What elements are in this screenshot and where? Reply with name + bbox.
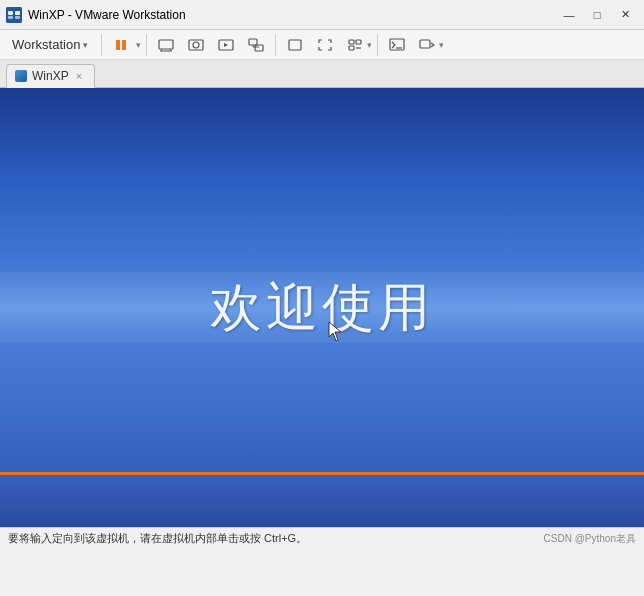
svg-point-12 [193, 42, 199, 48]
menu-bar: Workstation ▾ ▾ [0, 30, 644, 60]
normal-view-button[interactable] [281, 31, 309, 59]
pause-dropdown-arrow[interactable]: ▾ [136, 40, 141, 50]
vm-tab-close-button[interactable]: × [74, 70, 84, 82]
fit-dropdown-arrow[interactable]: ▾ [439, 40, 444, 50]
welcome-text: 欢迎使用 [210, 273, 434, 343]
console-button[interactable] [383, 31, 411, 59]
snapshot-button[interactable] [182, 31, 210, 59]
vm-tab-label: WinXP [32, 69, 69, 83]
close-button[interactable]: ✕ [612, 5, 638, 25]
title-bar: WinXP - VMware Workstation — □ ✕ [0, 0, 644, 30]
vm-screen[interactable]: 欢迎使用 [0, 88, 644, 527]
vm-tab-winxp[interactable]: WinXP × [6, 64, 95, 88]
svg-rect-20 [356, 40, 361, 44]
manage-snapshots-button[interactable] [242, 31, 270, 59]
svg-rect-15 [255, 45, 263, 51]
svg-rect-4 [15, 16, 20, 19]
svg-rect-2 [15, 11, 20, 15]
separator-1 [101, 34, 102, 56]
send-ctrl-alt-del-button[interactable] [152, 31, 180, 59]
revert-snapshot-button[interactable] [212, 31, 240, 59]
status-message: 要将输入定向到该虚拟机，请在虚拟机内部单击或按 Ctrl+G。 [8, 531, 307, 546]
svg-rect-5 [116, 40, 120, 50]
svg-rect-18 [289, 40, 301, 50]
tab-bar: WinXP × [0, 60, 644, 88]
view-dropdown-arrow[interactable]: ▾ [367, 40, 372, 50]
fit-button[interactable] [413, 31, 441, 59]
separator-3 [275, 34, 276, 56]
svg-rect-6 [122, 40, 126, 50]
menu-workstation[interactable]: Workstation ▾ [4, 33, 96, 56]
minimize-button[interactable]: — [556, 5, 582, 25]
maximize-button[interactable]: □ [584, 5, 610, 25]
unity-button[interactable] [341, 31, 369, 59]
menu-dropdown-arrow: ▾ [83, 40, 88, 50]
app-icon [6, 7, 22, 23]
fullscreen-button[interactable] [311, 31, 339, 59]
separator-4 [377, 34, 378, 56]
svg-rect-7 [159, 40, 173, 49]
window-title: WinXP - VMware Workstation [28, 8, 556, 22]
watermark-text: CSDN @Python老具 [544, 532, 636, 546]
pause-button[interactable] [107, 31, 135, 59]
pause-group: ▾ [107, 31, 141, 59]
svg-rect-0 [6, 7, 22, 23]
vm-viewport[interactable]: 欢迎使用 [0, 88, 644, 527]
svg-rect-3 [8, 16, 13, 19]
status-bar: 要将输入定向到该虚拟机，请在虚拟机内部单击或按 Ctrl+G。 CSDN @Py… [0, 527, 644, 549]
svg-rect-21 [349, 46, 354, 50]
svg-rect-14 [249, 39, 257, 45]
svg-rect-25 [420, 40, 430, 48]
separator-2 [146, 34, 147, 56]
window-controls: — □ ✕ [556, 5, 638, 25]
svg-rect-19 [349, 40, 354, 44]
menu-workstation-label: Workstation [12, 37, 80, 52]
orange-divider-line [0, 472, 644, 475]
vm-tab-icon [15, 70, 27, 82]
svg-rect-1 [8, 11, 13, 15]
